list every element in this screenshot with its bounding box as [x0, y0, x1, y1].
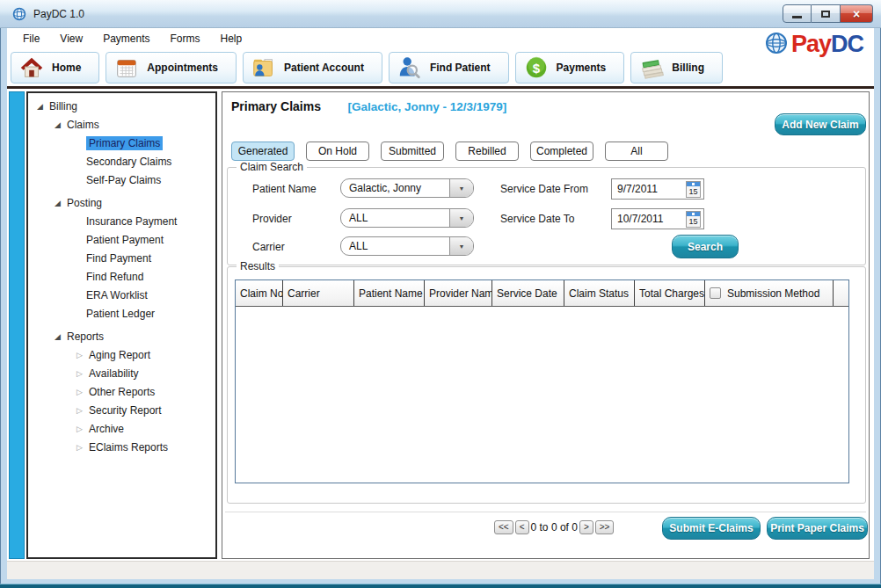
page-title: Primary Claims: [231, 99, 321, 113]
column-provider-name[interactable]: Provider Name: [425, 280, 492, 306]
tree-item-label: Security Report: [89, 404, 162, 417]
tree-item-archive[interactable]: ▷ Archive: [28, 419, 215, 438]
title-bar[interactable]: PayDC 1.0 ×: [0, 0, 881, 28]
tree-item-label: ERA Worklist: [86, 289, 148, 301]
tree-item-availability[interactable]: ▷ Availability: [28, 364, 215, 382]
tree-item-label: Archive: [89, 423, 124, 435]
tree-item-billing[interactable]: ◢ Billing: [28, 97, 215, 115]
tab-rebilled[interactable]: Rebilled: [455, 142, 519, 161]
tree-item-label: Aging Report: [89, 349, 150, 361]
select-all-checkbox[interactable]: [710, 287, 721, 299]
menu-payments[interactable]: Payments: [95, 30, 157, 47]
tab-on-hold[interactable]: On Hold: [306, 142, 369, 161]
menu-forms[interactable]: Forms: [163, 30, 208, 47]
calendar-picker-icon[interactable]: 15: [686, 181, 701, 198]
chevron-down-icon: ▼: [459, 243, 465, 250]
toolbar-patient-account-button[interactable]: Patient Account: [243, 52, 382, 83]
next-page-button[interactable]: >: [579, 520, 593, 534]
tree-item-secondary-claims[interactable]: Secondary Claims: [28, 152, 215, 171]
logo-text-pay: Pay: [791, 31, 831, 58]
column-claim-no[interactable]: Claim No.: [236, 280, 283, 306]
tab-submitted[interactable]: Submitted: [381, 142, 444, 161]
carrier-select[interactable]: ALL ▼: [340, 236, 474, 256]
tree-collapsed-icon[interactable]: ▷: [76, 388, 89, 396]
column-claim-status[interactable]: Claim Status: [564, 280, 635, 306]
column-submission-method[interactable]: Submission Method: [705, 280, 834, 306]
toolbar-billing-label: Billing: [672, 62, 704, 74]
minimize-button[interactable]: [783, 4, 812, 23]
tab-generated[interactable]: Generated: [231, 142, 295, 161]
tree-item-patient-ledger[interactable]: Patient Ledger: [28, 304, 215, 323]
toolbar-appointments-button[interactable]: Appointments: [106, 52, 237, 83]
column-carrier[interactable]: Carrier: [283, 280, 354, 306]
tree-item-insurance-payment[interactable]: Insurance Payment: [28, 212, 215, 230]
close-button[interactable]: ×: [841, 4, 873, 23]
tree-expanded-icon[interactable]: ◢: [37, 102, 49, 111]
tree-expanded-icon[interactable]: ◢: [55, 199, 67, 207]
provider-select[interactable]: ALL ▼: [340, 208, 474, 228]
tree-expanded-icon[interactable]: ◢: [55, 332, 67, 341]
tree-collapsed-icon[interactable]: ▷: [76, 351, 89, 359]
tree-item-aging-report[interactable]: ▷ Aging Report: [28, 345, 215, 364]
billing-icon: [638, 54, 665, 81]
patient-name-label: Patient Name: [252, 183, 317, 195]
column-patient-name[interactable]: Patient Name: [354, 280, 425, 306]
chevron-down-icon: ▼: [459, 215, 465, 221]
tree-item-find-refund[interactable]: Find Refund: [28, 267, 215, 286]
tree-collapsed-icon[interactable]: ▷: [76, 369, 89, 378]
toolbar-billing-button[interactable]: Billing: [630, 52, 723, 83]
tree-item-patient-payment[interactable]: Patient Payment: [28, 230, 215, 249]
pagination-status: 0 to 0 of 0: [531, 521, 578, 534]
tab-completed[interactable]: Completed: [530, 142, 593, 161]
results-group: Results Claim No. Carrier Patient Name P…: [227, 266, 866, 504]
tree-item-claims[interactable]: ◢ Claims: [28, 115, 215, 134]
menu-view[interactable]: View: [52, 30, 91, 47]
calendar-picker-icon[interactable]: 15: [686, 211, 701, 228]
tree-collapsed-icon[interactable]: ▷: [76, 443, 89, 452]
column-service-date[interactable]: Service Date: [492, 280, 564, 306]
tab-all[interactable]: All: [605, 142, 668, 161]
maximize-button[interactable]: [812, 4, 841, 23]
submit-eclaims-button[interactable]: Submit E-Claims: [662, 517, 761, 540]
menu-file[interactable]: File: [15, 30, 47, 47]
menu-help[interactable]: Help: [213, 30, 251, 47]
search-button[interactable]: Search: [672, 235, 739, 258]
find-patient-icon: [397, 54, 423, 81]
toolbar: Home Appointments Patient Account Find P…: [7, 49, 874, 86]
first-page-button[interactable]: <<: [494, 520, 513, 534]
tree-item-label: Secondary Claims: [86, 156, 171, 168]
dropdown-arrow-button[interactable]: ▼: [449, 237, 473, 255]
tree-collapsed-icon[interactable]: ▷: [76, 406, 89, 415]
claim-search-legend: Claim Search: [237, 161, 307, 173]
toolbar-payments-label: Payments: [557, 62, 607, 74]
last-page-button[interactable]: >>: [595, 520, 615, 534]
prev-page-button[interactable]: <: [515, 520, 529, 534]
print-paper-claims-button[interactable]: Print Paper Claims: [767, 517, 868, 540]
dropdown-arrow-button[interactable]: ▼: [449, 179, 473, 197]
toolbar-find-patient-button[interactable]: Find Patient: [389, 52, 509, 83]
tree-item-reports[interactable]: ◢ Reports: [28, 327, 215, 345]
tree-item-find-payment[interactable]: Find Payment: [28, 249, 215, 267]
tree-item-eclaims-reports[interactable]: ▷ EClaims Reports: [28, 438, 215, 456]
dropdown-arrow-button[interactable]: ▼: [449, 209, 473, 227]
status-bar: [7, 561, 874, 579]
tree-item-posting[interactable]: ◢ Posting: [28, 193, 215, 212]
window-title: PayDC 1.0: [33, 8, 84, 20]
patient-name-select[interactable]: Galactic, Jonny ▼: [340, 178, 474, 198]
tree-item-label: Availability: [89, 367, 138, 380]
service-date-from-input[interactable]: 9/7/2011 15: [611, 178, 704, 200]
tree-item-self-pay-claims[interactable]: Self-Pay Claims: [28, 171, 215, 189]
tree-item-primary-claims[interactable]: Primary Claims: [28, 134, 215, 152]
patient-folder-icon: [251, 54, 277, 81]
column-total-charges[interactable]: Total Charges(: [635, 280, 705, 306]
tree-item-security-report[interactable]: ▷ Security Report: [28, 401, 215, 419]
toolbar-home-button[interactable]: Home: [11, 52, 99, 83]
tree-collapsed-icon[interactable]: ▷: [76, 425, 89, 433]
toolbar-payments-button[interactable]: $ Payments: [515, 52, 625, 83]
tree-item-era-worklist[interactable]: ERA Worklist: [28, 286, 215, 304]
tree-item-label: Billing: [49, 100, 77, 113]
service-date-to-input[interactable]: 10/7/2011 15: [611, 208, 704, 229]
add-new-claim-button[interactable]: Add New Claim: [775, 113, 866, 135]
tree-expanded-icon[interactable]: ◢: [55, 120, 67, 129]
tree-item-other-reports[interactable]: ▷ Other Reports: [28, 382, 215, 401]
